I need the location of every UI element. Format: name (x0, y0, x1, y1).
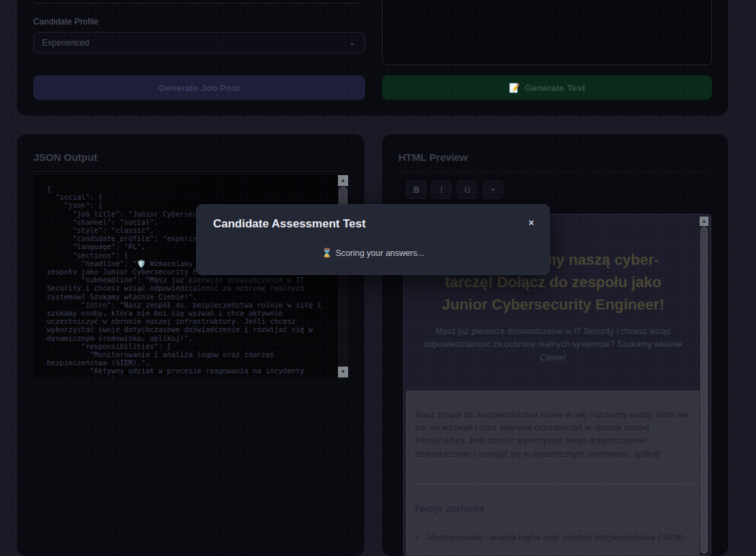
json-output-panel: JSON Output { "social": { "json": { "job… (17, 134, 364, 556)
candidate-profile-selected-value: Experienced (42, 38, 90, 48)
json-output-title: JSON Output (33, 151, 97, 163)
generator-form-card: Candidate Profile Experienced ⌄ Generate… (17, 0, 728, 115)
chevron-down-icon: ⌄ (348, 37, 356, 48)
scoring-status-text: Scoring your answers... (336, 248, 425, 258)
job-post-intro: Nasz zespół ds. bezpieczeństwa rośnie w … (414, 404, 692, 466)
scroll-down-icon[interactable]: ▼ (338, 367, 348, 377)
list-item: ✓ Monitorowanie i analiza logów oraz zda… (414, 532, 692, 544)
generate-test-button[interactable]: 📝 Generate Test (382, 75, 712, 100)
preview-scrollbar[interactable]: ▲ (700, 217, 708, 555)
generate-test-label: Generate Test (525, 83, 585, 93)
bullet-list-button[interactable]: • (483, 181, 504, 199)
details-textarea[interactable] (382, 0, 712, 65)
check-icon: ✓ (414, 532, 428, 542)
underline-button[interactable]: U (457, 181, 478, 199)
close-icon[interactable]: × (529, 217, 534, 228)
modal-title: Candidate Assessment Test (213, 217, 366, 231)
tasks-heading: Twoje zadania (414, 502, 692, 515)
assessment-modal: Candidate Assessment Test × ⌛Scoring you… (196, 204, 550, 275)
bold-button[interactable]: B (406, 181, 427, 199)
divider (398, 171, 712, 172)
job-post-body: Nasz zespół ds. bezpieczeństwa rośnie w … (406, 390, 700, 556)
scroll-up-icon[interactable]: ▲ (700, 217, 708, 226)
html-preview-panel: HTML Preview B I U • 🛡️ Wzmacniamy naszą… (382, 134, 728, 556)
memo-icon: 📝 (509, 83, 520, 93)
job-post-subheadline: Masz już pierwsze doświadczenie w IT Sec… (423, 325, 683, 365)
scroll-up-icon[interactable]: ▲ (338, 175, 348, 186)
hourglass-icon: ⌛ (322, 248, 333, 258)
candidate-profile-label: Candidate Profile (33, 17, 98, 26)
task-text: Monitorowanie i analiza logów oraz zdarz… (428, 532, 686, 544)
app-root: Candidate Profile Experienced ⌄ Generate… (0, 0, 756, 556)
text-input[interactable] (33, 0, 365, 3)
scoring-status: ⌛Scoring your answers... (197, 248, 549, 258)
generate-job-post-button[interactable]: Generate Job Post (33, 75, 365, 100)
divider (33, 171, 348, 172)
candidate-profile-select[interactable]: Experienced ⌄ (33, 32, 365, 54)
html-preview-title: HTML Preview (398, 151, 468, 163)
italic-button[interactable]: I (431, 181, 452, 199)
generate-job-post-label: Generate Job Post (159, 83, 240, 93)
divider (414, 483, 692, 484)
scrollbar-thumb[interactable] (700, 227, 708, 554)
